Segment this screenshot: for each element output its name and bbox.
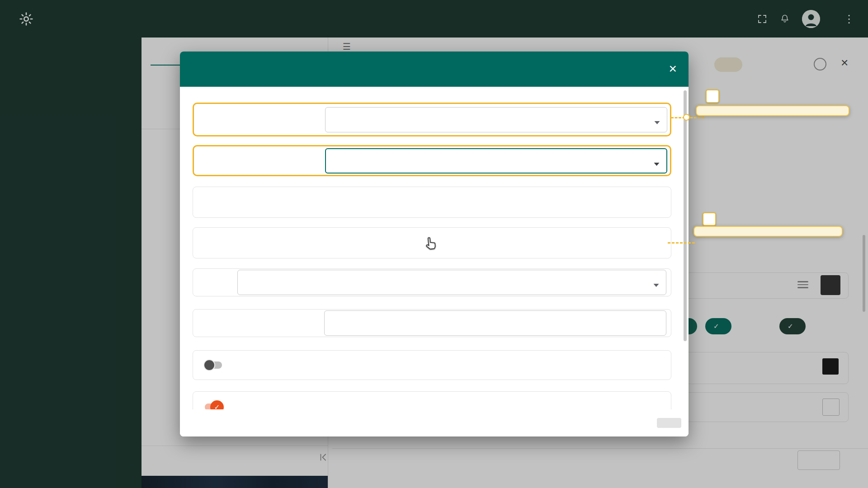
mobile-layout-row [193,350,671,380]
target-state-input[interactable] [324,310,666,336]
add-action-dialog: × [180,52,689,436]
name-row [193,187,671,218]
action-select[interactable] [237,270,666,295]
dialog-scrollbar[interactable] [684,90,687,341]
mobile-layout-toggle[interactable] [205,361,222,369]
dropdown-arrow-icon [653,281,659,289]
dialog-footer [180,409,689,436]
column-index-select[interactable] [325,148,667,174]
cancel-button[interactable] [638,422,643,423]
close-icon[interactable]: × [669,61,677,76]
add-button[interactable] [657,418,681,428]
dropdown-arrow-icon [654,160,660,168]
column-index-row [193,145,671,176]
app-root: ⋮ ☰ × [0,0,868,488]
action-source-row [193,103,671,136]
dialog-header: × [180,52,689,87]
action-row [193,268,671,296]
icon-row [193,227,671,258]
dropdown-arrow-icon [654,118,660,127]
action-source-select[interactable] [325,107,667,132]
target-state-row [193,309,671,337]
